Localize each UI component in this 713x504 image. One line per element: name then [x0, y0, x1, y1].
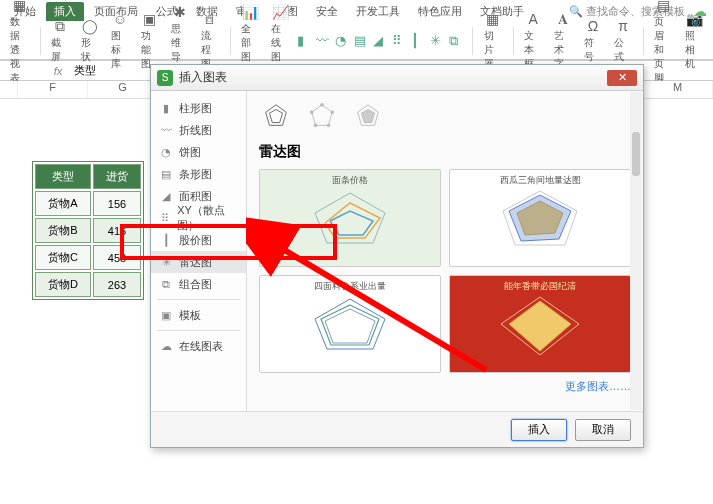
cat-radar[interactable]: ✳雷达图: [151, 251, 246, 273]
cat-separator: [157, 330, 240, 331]
cat-label: 饼图: [179, 145, 201, 160]
cat-column[interactable]: ▮柱形图: [151, 97, 246, 119]
cell[interactable]: 458: [93, 245, 141, 270]
cell[interactable]: 263: [93, 272, 141, 297]
tab-security[interactable]: 安全: [308, 2, 346, 21]
th-type[interactable]: 类型: [35, 164, 91, 189]
th-stock[interactable]: 进货: [93, 164, 141, 189]
select-all[interactable]: [0, 81, 18, 98]
bar-chart-icon: ▤: [159, 167, 173, 181]
radar-chart-icon: ✳: [159, 255, 173, 269]
chart-thumb-3[interactable]: 四面料色系业出量: [259, 275, 441, 373]
cell[interactable]: 货物B: [35, 218, 91, 243]
table-row[interactable]: 货物B416: [35, 218, 141, 243]
radar-type-filled[interactable]: [351, 101, 385, 131]
pivot-label: 数据透视表: [10, 15, 29, 85]
chart-thumb-2[interactable]: 西瓜三角间地量达图: [449, 169, 631, 267]
svg-marker-13: [509, 195, 571, 241]
scatter-chart-icon: ⠿: [159, 211, 171, 225]
chart-thumb-1[interactable]: 面条价格: [259, 169, 441, 267]
cell[interactable]: 货物D: [35, 272, 91, 297]
fx-icon[interactable]: fx: [48, 65, 68, 77]
cancel-button[interactable]: 取消: [575, 419, 631, 441]
chart-thumb-4[interactable]: 能年香带必国纪清: [449, 275, 631, 373]
chart-mini-combo-icon[interactable]: ⧉: [449, 33, 465, 49]
headerfooter-button[interactable]: ▤页眉和页脚: [650, 0, 677, 85]
cat-bar[interactable]: ▤条形图: [151, 163, 246, 185]
dialog-scrollbar[interactable]: [630, 92, 642, 410]
chart-mini-pie-icon[interactable]: ◔: [335, 33, 351, 49]
thumb-caption: 四面料色系业出量: [314, 280, 386, 293]
headerfooter-icon: ▤: [655, 0, 673, 14]
more-charts-link[interactable]: 更多图表……: [259, 379, 631, 394]
close-button[interactable]: ✕: [607, 70, 637, 86]
cell[interactable]: 货物C: [35, 245, 91, 270]
flowchart-icon: ⧈: [201, 10, 219, 28]
cat-online[interactable]: ☁在线图表: [151, 335, 246, 357]
radar-type-markers[interactable]: [305, 101, 339, 131]
chart-mini-barh-icon[interactable]: ▤: [354, 33, 370, 49]
template-icon: ▣: [159, 308, 173, 322]
camera-icon: 📷: [685, 10, 703, 28]
cat-label: 柱形图: [179, 101, 212, 116]
icons-label: 图标库: [111, 29, 129, 71]
svg-point-3: [321, 103, 324, 106]
cat-line[interactable]: 〰折线图: [151, 119, 246, 141]
cat-label: 雷达图: [179, 255, 212, 270]
data-table: 类型进货 货物A156 货物B416 货物C458 货物D263: [32, 161, 144, 300]
cell[interactable]: 156: [93, 191, 141, 216]
cat-label: 模板: [179, 308, 201, 323]
chart-mini-scatter-icon[interactable]: ⠿: [392, 33, 408, 49]
table-row[interactable]: 货物A156: [35, 191, 141, 216]
svg-point-5: [327, 124, 330, 127]
textbox-icon: A: [524, 10, 542, 28]
svg-marker-9: [361, 109, 374, 122]
textbox-button[interactable]: A文本框: [520, 10, 546, 71]
pivot-button[interactable]: ▦数据透视表: [6, 0, 33, 85]
wordart-button[interactable]: 𝐀艺术字: [550, 10, 576, 71]
scrollbar-thumb[interactable]: [632, 132, 640, 176]
formula-button[interactable]: π公式: [610, 17, 636, 64]
features-icon: ▣: [141, 10, 159, 28]
slicer-button[interactable]: ▦切片器: [480, 10, 506, 71]
symbol-button[interactable]: Ω符号: [580, 17, 606, 64]
pivot-icon: ▦: [10, 0, 28, 14]
col-header[interactable]: M: [643, 81, 713, 98]
radar-type-basic[interactable]: [259, 101, 293, 131]
chart-mini-radar-icon[interactable]: ✳: [430, 33, 446, 49]
camera-button[interactable]: 📷照相机: [681, 10, 707, 71]
shapes-button[interactable]: ◯形状: [77, 17, 103, 64]
features-button[interactable]: ▣功能图: [137, 10, 163, 71]
col-header[interactable]: G: [88, 81, 158, 98]
cat-combo[interactable]: ⧉组合图: [151, 273, 246, 295]
table-row[interactable]: 货物D263: [35, 272, 141, 297]
table-row[interactable]: 货物C458: [35, 245, 141, 270]
screenshot-label: 截屏: [51, 36, 69, 64]
cell[interactable]: 416: [93, 218, 141, 243]
col-header[interactable]: F: [18, 81, 88, 98]
chart-mini-area-icon[interactable]: ◢: [373, 33, 389, 49]
cat-scatter[interactable]: ⠿XY（散点图）: [151, 207, 246, 229]
icons-button[interactable]: ☺图标库: [107, 10, 133, 71]
cat-templates[interactable]: ▣模板: [151, 304, 246, 326]
dialog-titlebar[interactable]: S 插入图表 ✕: [151, 65, 643, 91]
onlinechart-icon: 📈: [271, 3, 289, 21]
chart-mini-line-icon[interactable]: 〰: [316, 33, 332, 49]
column-chart-icon: ▮: [159, 101, 173, 115]
insert-button[interactable]: 插入: [511, 419, 567, 441]
tab-special[interactable]: 特色应用: [410, 2, 470, 21]
chart-mini-bar-icon[interactable]: ▮: [297, 33, 313, 49]
chart-mini-stock-icon[interactable]: ┃: [411, 33, 427, 49]
shapes-label: 形状: [81, 36, 99, 64]
cat-pie[interactable]: ◔饼图: [151, 141, 246, 163]
tab-devtools[interactable]: 开发工具: [348, 2, 408, 21]
formula-value[interactable]: 类型: [68, 63, 96, 78]
cat-separator: [157, 299, 240, 300]
chart-type-row: ▮ 〰 ◔ ▤ ◢ ⠿ ┃ ✳ ⧉: [297, 33, 465, 49]
dialog-app-icon: S: [157, 70, 173, 86]
screenshot-button[interactable]: ⧉截屏: [47, 17, 73, 64]
flowchart-button[interactable]: ⧈流程图: [197, 10, 223, 71]
svg-marker-1: [269, 109, 282, 122]
icons-icon: ☺: [111, 10, 129, 28]
cell[interactable]: 货物A: [35, 191, 91, 216]
